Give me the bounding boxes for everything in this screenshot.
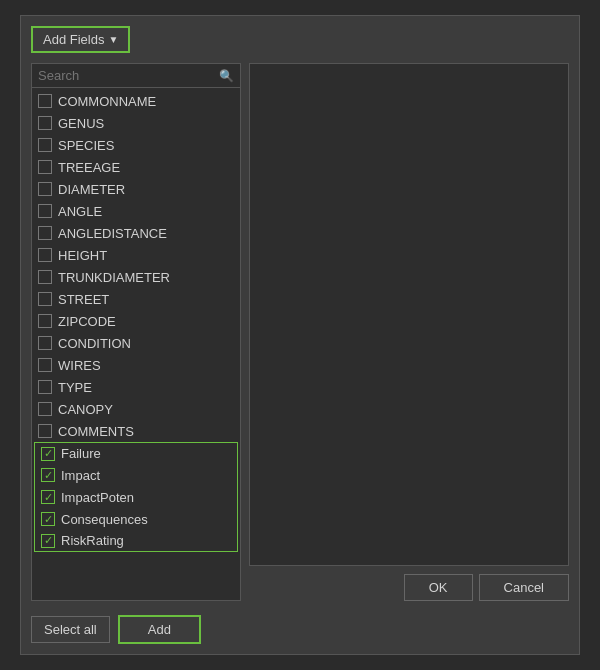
field-checkbox: ✓ [41, 534, 55, 548]
field-label: ANGLE [58, 204, 102, 219]
search-icon: 🔍 [219, 69, 234, 83]
list-item[interactable]: ✓Consequences [34, 508, 238, 530]
field-checkbox [38, 424, 52, 438]
list-item[interactable]: ✓Impact [34, 464, 238, 486]
list-item[interactable]: ANGLE [32, 200, 240, 222]
add-fields-dialog: Add Fields ▼ 🔍 COMMONNAMEGENUSSPECIESTRE… [20, 15, 580, 655]
field-label: WIRES [58, 358, 101, 373]
field-label: TYPE [58, 380, 92, 395]
ok-button[interactable]: OK [404, 574, 473, 601]
fields-panel: 🔍 COMMONNAMEGENUSSPECIESTREEAGEDIAMETERA… [31, 63, 241, 601]
list-item[interactable]: ANGLEDISTANCE [32, 222, 240, 244]
add-button[interactable]: Add [118, 615, 201, 644]
field-checkbox [38, 358, 52, 372]
field-checkbox [38, 226, 52, 240]
field-checkbox [38, 380, 52, 394]
list-item[interactable]: ✓ImpactPoten [34, 486, 238, 508]
field-label: DIAMETER [58, 182, 125, 197]
field-checkbox [38, 336, 52, 350]
list-item[interactable]: COMMENTS [32, 420, 240, 442]
list-item[interactable]: TREEAGE [32, 156, 240, 178]
field-checkbox [38, 292, 52, 306]
field-checkbox [38, 248, 52, 262]
right-area: OK Cancel [249, 63, 569, 601]
field-label: COMMONNAME [58, 94, 156, 109]
list-item[interactable]: DIAMETER [32, 178, 240, 200]
field-label: TREEAGE [58, 160, 120, 175]
bottom-bar: Select all Add [31, 609, 569, 644]
list-item[interactable]: ✓RiskRating [34, 530, 238, 552]
field-label: CANOPY [58, 402, 113, 417]
field-checkbox [38, 182, 52, 196]
list-item[interactable]: GENUS [32, 112, 240, 134]
field-label: TRUNKDIAMETER [58, 270, 170, 285]
dialog-buttons: OK Cancel [249, 574, 569, 601]
list-item[interactable]: WIRES [32, 354, 240, 376]
field-label: COMMENTS [58, 424, 134, 439]
list-item[interactable]: SPECIES [32, 134, 240, 156]
field-checkbox [38, 402, 52, 416]
content-area: 🔍 COMMONNAMEGENUSSPECIESTREEAGEDIAMETERA… [31, 63, 569, 601]
field-label: ZIPCODE [58, 314, 116, 329]
dropdown-arrow-icon: ▼ [108, 34, 118, 45]
field-checkbox [38, 204, 52, 218]
field-label: HEIGHT [58, 248, 107, 263]
search-input[interactable] [38, 68, 219, 83]
field-label: SPECIES [58, 138, 114, 153]
list-item[interactable]: TRUNKDIAMETER [32, 266, 240, 288]
field-checkbox [38, 94, 52, 108]
field-checkbox: ✓ [41, 512, 55, 526]
field-checkbox: ✓ [41, 447, 55, 461]
field-label: GENUS [58, 116, 104, 131]
field-checkbox [38, 270, 52, 284]
field-label: Failure [61, 446, 101, 461]
field-checkbox [38, 314, 52, 328]
cancel-button[interactable]: Cancel [479, 574, 569, 601]
list-item[interactable]: CANOPY [32, 398, 240, 420]
field-label: ImpactPoten [61, 490, 134, 505]
right-content [249, 63, 569, 566]
field-label: Impact [61, 468, 100, 483]
list-item[interactable]: COMMONNAME [32, 90, 240, 112]
field-label: CONDITION [58, 336, 131, 351]
field-checkbox [38, 116, 52, 130]
list-item[interactable]: TYPE [32, 376, 240, 398]
field-checkbox [38, 160, 52, 174]
field-label: RiskRating [61, 533, 124, 548]
fields-list: COMMONNAMEGENUSSPECIESTREEAGEDIAMETERANG… [32, 88, 240, 600]
field-checkbox: ✓ [41, 490, 55, 504]
field-checkbox: ✓ [41, 468, 55, 482]
list-item[interactable]: CONDITION [32, 332, 240, 354]
add-fields-button[interactable]: Add Fields ▼ [31, 26, 130, 53]
field-label: STREET [58, 292, 109, 307]
field-label: Consequences [61, 512, 148, 527]
add-fields-label: Add Fields [43, 32, 104, 47]
list-item[interactable]: ✓Failure [34, 442, 238, 464]
field-label: ANGLEDISTANCE [58, 226, 167, 241]
select-all-button[interactable]: Select all [31, 616, 110, 643]
list-item[interactable]: HEIGHT [32, 244, 240, 266]
field-checkbox [38, 138, 52, 152]
search-box: 🔍 [32, 64, 240, 88]
list-item[interactable]: STREET [32, 288, 240, 310]
list-item[interactable]: ZIPCODE [32, 310, 240, 332]
